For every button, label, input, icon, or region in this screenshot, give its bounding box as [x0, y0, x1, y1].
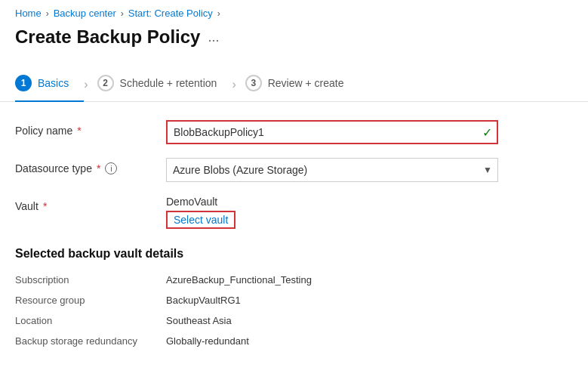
breadcrumb-sep-3: ›: [217, 8, 220, 19]
more-options-icon[interactable]: ...: [208, 29, 219, 45]
page-title-area: Create Backup Policy ...: [0, 23, 588, 60]
select-vault-button[interactable]: Select vault: [166, 211, 236, 229]
vault-required: *: [43, 200, 47, 212]
subscription-label: Subscription: [15, 273, 166, 287]
step-schedule-retention[interactable]: 2 Schedule + retention: [97, 67, 232, 102]
backup-storage-redundancy-label: Backup storage redundancy: [15, 334, 166, 348]
vault-label: Vault *: [15, 196, 166, 212]
resource-group-label: Resource group: [15, 293, 166, 307]
datasource-type-info-icon[interactable]: i: [105, 162, 117, 174]
step-2-circle: 2: [97, 75, 114, 91]
step-1-label: Basics: [38, 77, 69, 89]
datasource-type-row: Datasource type * i Azure Blobs (Azure S…: [15, 158, 573, 182]
backup-vault-details-grid: Subscription AzureBackup_Functional_Test…: [15, 273, 573, 348]
datasource-type-select[interactable]: Azure Blobs (Azure Storage) Azure Disks …: [166, 158, 498, 182]
policy-name-input-area: ✓: [166, 120, 573, 144]
policy-name-required: *: [77, 125, 81, 137]
location-value: Southeast Asia: [166, 313, 573, 328]
subscription-value: AzureBackup_Functional_Testing: [166, 273, 573, 287]
breadcrumb-sep-2: ›: [121, 8, 124, 19]
vault-row: Vault * DemoVault Select vault: [15, 196, 573, 229]
step-sep-2: ›: [232, 78, 236, 91]
step-3-circle: 3: [245, 75, 262, 91]
backup-vault-details-section: Selected backup vault details Subscripti…: [15, 247, 573, 348]
breadcrumb-home[interactable]: Home: [15, 8, 42, 19]
resource-group-value: BackupVaultRG1: [166, 293, 573, 307]
step-basics[interactable]: 1 Basics: [15, 67, 84, 102]
breadcrumb: Home › Backup center › Start: Create Pol…: [0, 0, 588, 23]
wizard-steps: 1 Basics › 2 Schedule + retention › 3 Re…: [0, 60, 588, 102]
breadcrumb-sep-1: ›: [46, 8, 49, 19]
backup-storage-redundancy-value: Globally-redundant: [166, 334, 573, 348]
datasource-type-label: Datasource type * i: [15, 158, 166, 174]
backup-vault-section-title: Selected backup vault details: [15, 247, 573, 261]
datasource-type-wrapper: Azure Blobs (Azure Storage) Azure Disks …: [166, 158, 498, 182]
policy-name-label: Policy name *: [15, 120, 166, 137]
breadcrumb-backup-center[interactable]: Backup center: [54, 8, 116, 19]
step-review-create[interactable]: 3 Review + create: [245, 67, 359, 102]
breadcrumb-create-policy[interactable]: Start: Create Policy: [128, 8, 213, 19]
step-1-circle: 1: [15, 75, 32, 91]
page-title: Create Backup Policy: [15, 26, 200, 48]
form-area: Policy name * ✓ Datasource type * i Azur…: [0, 120, 588, 348]
step-3-label: Review + create: [268, 77, 344, 89]
vault-current-value: DemoVault: [166, 196, 573, 208]
datasource-type-input-area: Azure Blobs (Azure Storage) Azure Disks …: [166, 158, 573, 182]
policy-name-row: Policy name * ✓: [15, 120, 573, 144]
datasource-type-required: *: [97, 162, 100, 174]
policy-name-wrapper: ✓: [166, 120, 498, 144]
step-2-label: Schedule + retention: [120, 77, 217, 89]
valid-check-icon: ✓: [482, 125, 492, 140]
vault-input-area: DemoVault Select vault: [166, 196, 573, 229]
policy-name-input[interactable]: [166, 120, 498, 144]
step-sep-1: ›: [84, 78, 88, 91]
location-label: Location: [15, 313, 166, 328]
